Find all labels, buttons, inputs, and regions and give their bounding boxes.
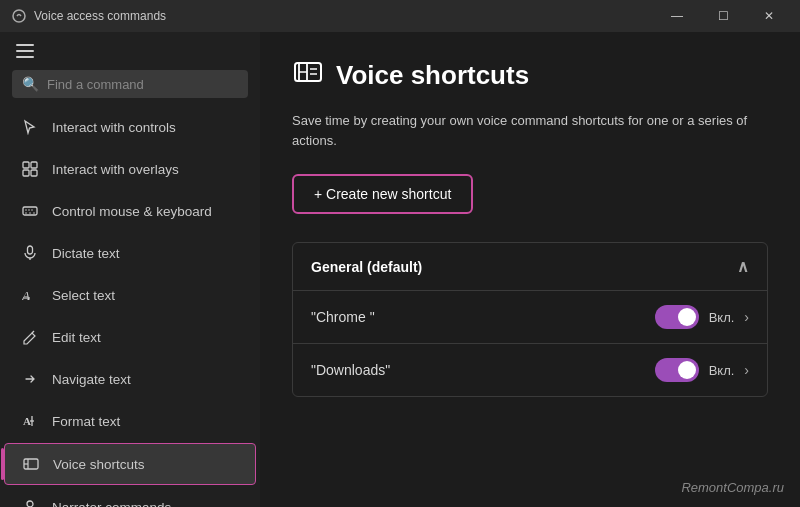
svg-text:A: A [23, 415, 31, 427]
sidebar-label-format-text: Format text [52, 414, 120, 429]
keyboard-icon [20, 201, 40, 221]
minimize-button[interactable]: — [654, 0, 700, 32]
sidebar-item-control-mouse[interactable]: Control mouse & keyboard [4, 191, 256, 231]
svg-rect-1 [23, 162, 29, 168]
watermark: RemontCompa.ru [681, 480, 784, 495]
app-title: Voice access commands [34, 9, 166, 23]
maximize-button[interactable]: ☐ [700, 0, 746, 32]
chevron-icon-chrome[interactable]: › [744, 309, 749, 325]
shortcut-label-downloads: "Downloads" [311, 362, 390, 378]
mic-icon [20, 243, 40, 263]
search-icon: 🔍 [22, 76, 39, 92]
sidebar-item-navigate-text[interactable]: Navigate text [4, 359, 256, 399]
sidebar: 🔍 Interact with controls Interact [0, 32, 260, 507]
title-bar: Voice access commands — ☐ ✕ [0, 0, 800, 32]
svg-rect-5 [23, 207, 37, 215]
chevron-icon-downloads[interactable]: › [744, 362, 749, 378]
search-box[interactable]: 🔍 [12, 70, 248, 98]
content-icon [292, 56, 324, 95]
navigate-icon [20, 369, 40, 389]
sidebar-label-narrator-commands: Narrator commands [52, 500, 171, 508]
toggle-chrome[interactable] [655, 305, 699, 329]
content-description: Save time by creating your own voice com… [292, 111, 768, 150]
toggle-label-downloads: Вкл. [709, 363, 735, 378]
sidebar-item-interact-overlays[interactable]: Interact with overlays [4, 149, 256, 189]
sidebar-label-interact-overlays: Interact with overlays [52, 162, 179, 177]
sidebar-label-edit-text: Edit text [52, 330, 101, 345]
toggle-label-chrome: Вкл. [709, 310, 735, 325]
close-button[interactable]: ✕ [746, 0, 792, 32]
sidebar-header [0, 32, 260, 66]
svg-rect-15 [23, 297, 30, 299]
shortcut-row-downloads: "Downloads" Вкл. › [293, 344, 767, 396]
shortcut-label-chrome: "Chrome " [311, 309, 375, 325]
sidebar-item-edit-text[interactable]: Edit text [4, 317, 256, 357]
sidebar-label-navigate-text: Navigate text [52, 372, 131, 387]
shortcuts-icon [21, 454, 41, 474]
sidebar-item-select-text[interactable]: A Select text [4, 275, 256, 315]
sidebar-item-dictate-text[interactable]: Dictate text [4, 233, 256, 273]
collapse-icon[interactable]: ∧ [737, 257, 749, 276]
sidebar-item-format-text[interactable]: A Format text [4, 401, 256, 441]
content-area: Voice shortcuts Save time by creating yo… [260, 32, 800, 507]
window-controls[interactable]: — ☐ ✕ [654, 0, 792, 32]
sidebar-label-voice-shortcuts: Voice shortcuts [53, 457, 145, 472]
edit-icon [20, 327, 40, 347]
create-shortcut-button[interactable]: + Create new shortcut [292, 174, 473, 214]
content-header: Voice shortcuts [292, 56, 768, 95]
svg-point-23 [27, 501, 33, 507]
grid-icon [20, 159, 40, 179]
title-bar-left: Voice access commands [12, 9, 166, 23]
svg-rect-4 [31, 170, 37, 176]
app-body: 🔍 Interact with controls Interact [0, 32, 800, 507]
cursor-icon [20, 117, 40, 137]
toggle-downloads[interactable] [655, 358, 699, 382]
shortcut-row-chrome-controls: Вкл. › [655, 305, 749, 329]
svg-text:A: A [22, 288, 30, 303]
sidebar-label-dictate-text: Dictate text [52, 246, 120, 261]
shortcut-row-downloads-controls: Вкл. › [655, 358, 749, 382]
format-icon: A [20, 411, 40, 431]
search-input[interactable] [47, 77, 238, 92]
sidebar-item-voice-shortcuts[interactable]: Voice shortcuts [4, 443, 256, 485]
section-header: General (default) ∧ [293, 243, 767, 291]
sidebar-item-narrator-commands[interactable]: Narrator commands [4, 487, 256, 507]
sidebar-label-control-mouse: Control mouse & keyboard [52, 204, 212, 219]
hamburger-menu[interactable] [16, 44, 34, 58]
narrator-icon [20, 497, 40, 507]
sidebar-label-select-text: Select text [52, 288, 115, 303]
shortcuts-section: General (default) ∧ "Chrome " Вкл. › "Do… [292, 242, 768, 397]
sidebar-label-interact-controls: Interact with controls [52, 120, 176, 135]
app-icon [12, 9, 26, 23]
shortcut-row-chrome: "Chrome " Вкл. › [293, 291, 767, 344]
sidebar-item-interact-controls[interactable]: Interact with controls [4, 107, 256, 147]
section-title: General (default) [311, 259, 422, 275]
content-title: Voice shortcuts [336, 60, 529, 91]
svg-line-16 [32, 331, 34, 333]
select-icon: A [20, 285, 40, 305]
svg-point-0 [13, 10, 25, 22]
svg-rect-12 [28, 246, 33, 254]
svg-rect-2 [31, 162, 37, 168]
svg-rect-3 [23, 170, 29, 176]
